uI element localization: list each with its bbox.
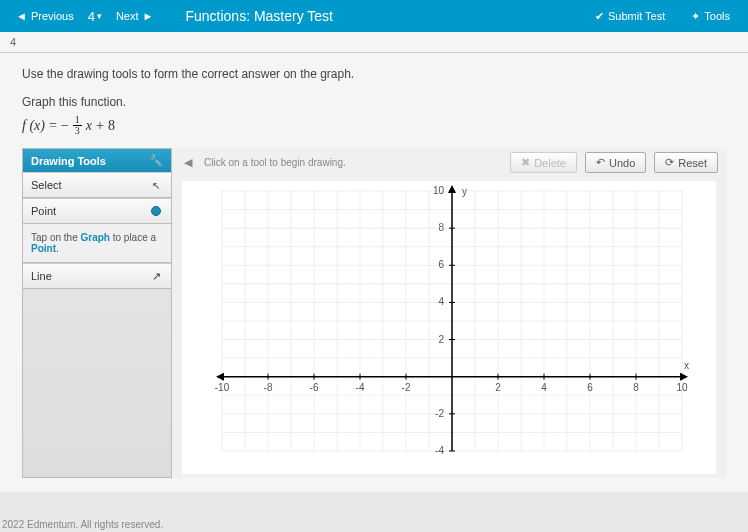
svg-text:-2: -2 — [435, 408, 444, 419]
svg-text:2: 2 — [438, 334, 444, 345]
tools-panel-header: Drawing Tools 🔧 — [23, 149, 171, 172]
eq-neg: − — [61, 118, 69, 134]
canvas-hint: Click on a tool to begin drawing. — [204, 157, 502, 168]
tool-point-label: Point — [31, 205, 56, 217]
next-button[interactable]: Next ► — [108, 6, 162, 26]
svg-text:10: 10 — [676, 382, 688, 393]
submit-label: Submit Test — [608, 10, 665, 22]
reset-icon: ⟳ — [665, 156, 674, 169]
undo-label: Undo — [609, 157, 635, 169]
tool-select[interactable]: Select ↖ — [23, 172, 171, 198]
prev-label: Previous — [31, 10, 74, 22]
drawing-tools-panel: Drawing Tools 🔧 Select ↖ Point Tap on th… — [22, 148, 172, 478]
reset-button[interactable]: ⟳ Reset — [654, 152, 718, 173]
hint-point: Point — [31, 243, 56, 254]
check-icon: ✔ — [595, 10, 604, 23]
undo-button[interactable]: ↶ Undo — [585, 152, 646, 173]
next-label: Next — [116, 10, 139, 22]
graph-canvas[interactable]: -10-8-6-4-2246810-4-2246810yx — [182, 181, 716, 474]
eq-fraction: 1 3 — [73, 115, 82, 136]
equation: f (x) = − 1 3 x + 8 — [22, 115, 726, 136]
copyright-footer: 2022 Edmentum. All rights reserved. — [2, 519, 163, 530]
current-question: 4 — [88, 9, 95, 24]
reset-label: Reset — [678, 157, 707, 169]
svg-text:-6: -6 — [310, 382, 319, 393]
svg-text:-10: -10 — [215, 382, 230, 393]
hint-part3: . — [56, 243, 59, 254]
svg-text:10: 10 — [433, 185, 445, 196]
graph-prompt: Graph this function. — [22, 95, 726, 109]
step-number: 4 — [10, 36, 16, 48]
point-icon — [149, 204, 163, 218]
page-title: Functions: Mastery Test — [185, 8, 333, 24]
eq-var: x — [86, 118, 92, 134]
eq-equals: = — [49, 118, 57, 134]
tool-select-label: Select — [31, 179, 62, 191]
delete-icon: ✖ — [521, 156, 530, 169]
svg-text:4: 4 — [438, 296, 444, 307]
chevron-left-icon: ◄ — [16, 10, 27, 22]
prev-button[interactable]: ◄ Previous — [8, 6, 82, 26]
svg-text:x: x — [684, 360, 689, 371]
hint-graph: Graph — [80, 232, 109, 243]
svg-marker-40 — [448, 185, 456, 193]
svg-text:8: 8 — [438, 222, 444, 233]
tools-button[interactable]: ✦ Tools — [681, 6, 740, 27]
coordinate-plane: -10-8-6-4-2246810-4-2246810yx — [182, 181, 702, 471]
undo-icon: ↶ — [596, 156, 605, 169]
delete-label: Delete — [534, 157, 566, 169]
tools-label: Tools — [704, 10, 730, 22]
svg-marker-38 — [680, 373, 688, 381]
svg-text:2: 2 — [495, 382, 501, 393]
submit-test-button[interactable]: ✔ Submit Test — [585, 6, 675, 27]
question-selector[interactable]: 4 ▾ — [88, 9, 102, 24]
svg-marker-39 — [216, 373, 224, 381]
instruction-text: Use the drawing tools to form the correc… — [22, 67, 726, 81]
tool-line[interactable]: Line ↗ — [23, 263, 171, 289]
tool-line-label: Line — [31, 270, 52, 282]
svg-text:y: y — [462, 186, 467, 197]
hint-part1: Tap on the — [31, 232, 80, 243]
eq-const: 8 — [108, 118, 115, 134]
svg-text:6: 6 — [587, 382, 593, 393]
chevron-right-icon: ► — [143, 10, 154, 22]
tool-point[interactable]: Point — [23, 198, 171, 224]
step-indicator: 4 — [0, 32, 748, 53]
svg-text:-4: -4 — [356, 382, 365, 393]
chevron-down-icon: ▾ — [97, 11, 102, 21]
canvas-area: ◀ Click on a tool to begin drawing. ✖ De… — [172, 148, 726, 478]
hint-part2: to place a — [110, 232, 156, 243]
svg-text:-8: -8 — [264, 382, 273, 393]
eq-lhs: f (x) — [22, 118, 45, 134]
cursor-icon: ↖ — [149, 178, 163, 192]
tools-panel-title: Drawing Tools — [31, 155, 106, 167]
tools-icon: ✦ — [691, 10, 700, 23]
svg-text:4: 4 — [541, 382, 547, 393]
eq-denominator: 3 — [73, 126, 82, 136]
svg-text:-2: -2 — [402, 382, 411, 393]
line-icon: ↗ — [149, 269, 163, 283]
svg-text:8: 8 — [633, 382, 639, 393]
eq-plus: + — [96, 118, 104, 134]
delete-button: ✖ Delete — [510, 152, 577, 173]
tool-hint: Tap on the Graph to place a Point. — [23, 224, 171, 263]
wrench-icon: 🔧 — [149, 154, 163, 167]
svg-text:-4: -4 — [435, 445, 444, 456]
collapse-panel-button[interactable]: ◀ — [180, 156, 196, 169]
svg-text:6: 6 — [438, 259, 444, 270]
